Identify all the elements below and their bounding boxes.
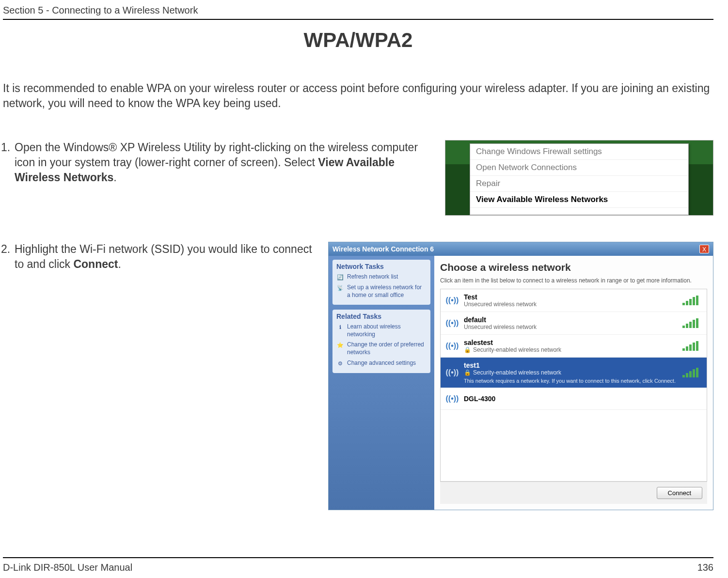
section-label: Section 5 - Connecting to a Wireless Net… xyxy=(3,5,713,16)
antenna-icon: ((•)) xyxy=(445,339,459,353)
lock-icon: 🔒 xyxy=(464,346,471,353)
titlebar-text: Wireless Network Connection 6 xyxy=(332,245,434,253)
close-icon[interactable]: X xyxy=(699,245,709,253)
step-2-text: 2.Highlight the Wi-Fi network (SSID) you… xyxy=(3,242,317,272)
footer-page-number: 136 xyxy=(697,562,713,573)
menu-item-repair[interactable]: Repair xyxy=(470,176,688,192)
advanced-link[interactable]: ⚙ Change advanced settings xyxy=(336,359,427,367)
sidebar: Network Tasks 🔄 Refresh network list 📡 S… xyxy=(329,256,434,510)
antenna-icon: ((•)) xyxy=(445,316,459,330)
screenshot-context-menu: Change Windows Firewall settings Open Ne… xyxy=(445,140,713,216)
signal-icon xyxy=(682,368,702,377)
step-1-text: 1.Open the Windows® XP Wireless Utility … xyxy=(3,140,433,185)
signal-icon xyxy=(682,341,702,351)
star-icon: ⭐ xyxy=(336,341,344,349)
refresh-link[interactable]: 🔄 Refresh network list xyxy=(336,273,427,281)
network-item-default[interactable]: ((•)) default Unsecured wireless network xyxy=(441,312,707,335)
menu-item-firewall[interactable]: Change Windows Firewall settings xyxy=(470,144,688,160)
screenshot-wireless-window: Wireless Network Connection 6 X Network … xyxy=(328,242,713,510)
network-tasks-title: Network Tasks xyxy=(336,263,427,270)
main-panel: Choose a wireless network Click an item … xyxy=(434,256,713,510)
step-1-number: 1. xyxy=(1,140,15,155)
antenna-icon: ((•)) xyxy=(445,294,459,307)
network-extra-text: This network requires a network key. If … xyxy=(464,378,678,384)
page-footer: D-Link DIR-850L User Manual 136 xyxy=(3,557,713,573)
context-menu: Change Windows Firewall settings Open Ne… xyxy=(470,143,689,215)
antenna-icon: ((•)) xyxy=(445,366,459,379)
titlebar: Wireless Network Connection 6 X xyxy=(329,242,713,256)
learn-link[interactable]: ℹ Learn about wireless networking xyxy=(336,323,427,338)
signal-icon xyxy=(682,296,702,305)
refresh-icon: 🔄 xyxy=(336,273,344,281)
choose-network-title: Choose a wireless network xyxy=(440,262,707,273)
info-icon: ℹ xyxy=(336,323,344,331)
step-2-bold: Connect xyxy=(73,258,118,270)
step-1-row: 1.Open the Windows® XP Wireless Utility … xyxy=(3,140,713,216)
related-tasks-title: Related Tasks xyxy=(336,312,427,320)
window-body: Network Tasks 🔄 Refresh network list 📡 S… xyxy=(329,256,713,510)
menu-item-view-networks[interactable]: View Available Wireless Networks xyxy=(470,192,688,208)
network-item-test[interactable]: ((•)) Test Unsecured wireless network xyxy=(441,289,707,312)
connect-button[interactable]: Connect xyxy=(657,487,702,499)
step-2-number: 2. xyxy=(1,242,15,257)
window-footer: Connect xyxy=(440,482,707,504)
network-item-dgl4300[interactable]: ((•)) DGL-4300 xyxy=(441,388,707,410)
network-item-test1[interactable]: ((•)) test1 🔒Security-enabled wireless n… xyxy=(441,358,707,388)
gear-icon: ⚙ xyxy=(336,359,344,367)
setup-icon: 📡 xyxy=(336,284,344,292)
related-tasks-panel: Related Tasks ℹ Learn about wireless net… xyxy=(332,310,430,373)
network-item-salestest[interactable]: ((•)) salestest 🔒Security-enabled wirele… xyxy=(441,335,707,358)
page-header: Section 5 - Connecting to a Wireless Net… xyxy=(3,5,713,20)
network-list: ((•)) Test Unsecured wireless network ((… xyxy=(440,289,707,482)
antenna-icon: ((•)) xyxy=(445,392,459,406)
step-2-row: 2.Highlight the Wi-Fi network (SSID) you… xyxy=(3,242,713,510)
setup-link[interactable]: 📡 Set up a wireless network for a home o… xyxy=(336,284,427,299)
lock-icon: 🔒 xyxy=(464,369,471,376)
page-title: WPA/WPA2 xyxy=(3,29,713,52)
network-tasks-panel: Network Tasks 🔄 Refresh network list 📡 S… xyxy=(332,260,430,305)
intro-text: It is recommended to enable WPA on your … xyxy=(3,81,713,111)
choose-network-subtitle: Click an item in the list below to conne… xyxy=(440,277,707,284)
menu-item-open-connections[interactable]: Open Network Connections xyxy=(470,160,688,176)
footer-manual-name: D-Link DIR-850L User Manual xyxy=(3,562,132,573)
order-link[interactable]: ⭐ Change the order of preferred networks xyxy=(336,341,427,356)
signal-icon xyxy=(682,318,702,328)
